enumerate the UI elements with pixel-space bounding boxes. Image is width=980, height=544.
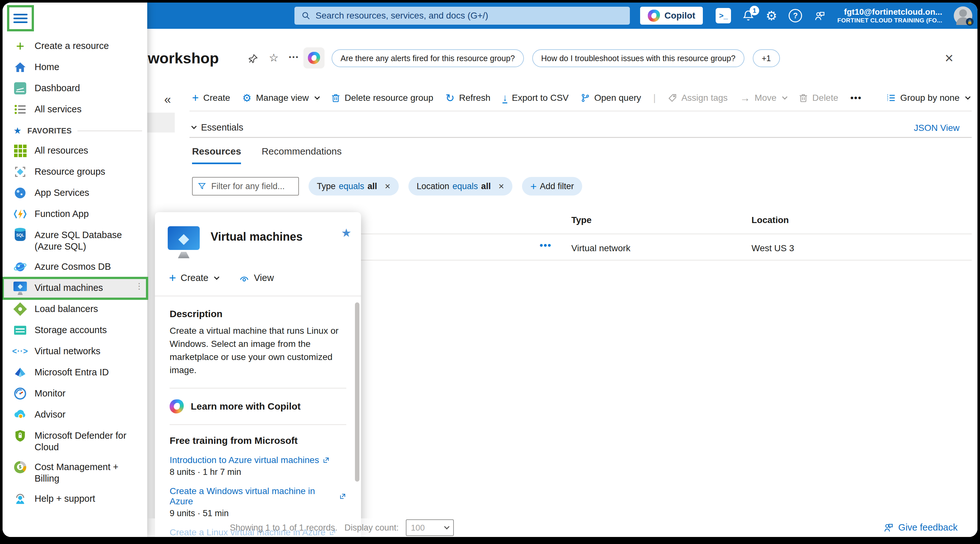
group-by-button[interactable]: Group by none — [886, 89, 970, 107]
more-options-icon[interactable]: … — [288, 48, 299, 60]
copilot-logo-icon — [170, 399, 184, 414]
download-icon: ↓ — [503, 92, 507, 104]
account-info[interactable]: fgt10@fortinetcloud.on... FORTINET CLOUD… — [837, 7, 942, 24]
copilot-chip-alerts[interactable]: Are there any alerts fired for this reso… — [332, 49, 524, 67]
nav-item-resource-groups[interactable]: Resource groups — [3, 162, 147, 183]
json-view-link[interactable]: JSON View — [914, 123, 959, 133]
chevron-down-icon — [314, 94, 320, 100]
help-icon[interactable]: ? — [789, 9, 802, 22]
remove-filter-icon[interactable]: × — [385, 181, 390, 192]
copilot-chip-more[interactable]: +1 — [753, 49, 780, 67]
cloud-shell-icon[interactable]: >_ — [716, 8, 731, 23]
training-link[interactable]: Create a Windows virtual machine in Azur… — [170, 486, 346, 507]
column-header-location[interactable]: Location — [751, 215, 789, 225]
cost-donut-icon — [13, 460, 27, 474]
nav-item-cost-management[interactable]: Cost Management + Billing — [3, 457, 147, 488]
copilot-suggestions-icon[interactable] — [304, 47, 325, 68]
feedback-icon[interactable] — [814, 10, 826, 21]
column-header-type[interactable]: Type — [571, 215, 592, 225]
nav-item-microsoft-entra-id[interactable]: Microsoft Entra ID — [3, 362, 147, 383]
copilot-chip-troubleshoot[interactable]: How do I troubleshoot issues with this r… — [532, 49, 745, 67]
settings-gear-icon[interactable]: ⚙ — [765, 8, 777, 23]
filter-pill-type[interactable]: Typeequalsall× — [309, 177, 399, 196]
give-feedback-link[interactable]: Give feedback — [883, 522, 958, 533]
nav-item-function-app[interactable]: Function App — [3, 204, 147, 225]
assign-tags-button[interactable]: Assign tags — [668, 93, 728, 103]
dashboard-icon — [13, 81, 27, 95]
app-services-icon — [13, 186, 27, 200]
nav-item-help-support[interactable]: Help + support — [3, 488, 147, 510]
row-context-menu-icon[interactable]: ••• — [539, 240, 552, 251]
training-link[interactable]: Introduction to Azure virtual machines — [170, 455, 330, 465]
nav-item-app-services[interactable]: App Services — [3, 183, 147, 204]
records-summary: Showing 1 to 1 of 1 records. — [230, 523, 337, 533]
nav-item-monitor[interactable]: Monitor — [3, 383, 147, 404]
filter-pill-location[interactable]: Locationequalsall× — [408, 177, 512, 196]
nav-item-dashboard[interactable]: Dashboard — [3, 78, 147, 99]
nav-item-defender-for-cloud[interactable]: Microsoft Defender for Cloud — [3, 426, 147, 457]
branch-icon — [581, 94, 590, 102]
top-bar: Copilot >_ 1 ⚙ ? fgt10@fortinetcloud.on.… — [3, 3, 977, 29]
remove-filter-icon[interactable]: × — [498, 181, 504, 192]
nav-item-all-services[interactable]: All services — [3, 99, 147, 120]
copilot-logo-icon — [308, 52, 320, 64]
notification-badge: 1 — [749, 6, 759, 15]
move-button[interactable]: →Move — [740, 92, 787, 104]
scrollbar-thumb[interactable] — [355, 302, 360, 482]
notifications-bell-icon[interactable]: 1 — [743, 10, 754, 22]
tab-recommendations[interactable]: Recommendations — [261, 146, 342, 164]
trash-icon — [331, 93, 340, 103]
card-scrollbar[interactable] — [355, 301, 360, 537]
learn-more-copilot-link[interactable]: Learn more with Copilot — [170, 399, 346, 414]
user-tenant: FORTINET CLOUD TRAINING (FO... — [837, 17, 942, 24]
tab-resources[interactable]: Resources — [192, 146, 241, 164]
open-query-button[interactable]: Open query — [581, 93, 641, 103]
display-count-label: Display count: — [344, 523, 399, 533]
tag-icon — [668, 94, 677, 102]
delete-button[interactable]: Delete — [799, 93, 838, 103]
drag-handle-icon[interactable]: ⋮ — [135, 281, 143, 291]
delete-resource-group-button[interactable]: Delete resource group — [331, 93, 433, 103]
global-search[interactable] — [294, 7, 630, 25]
nav-item-advisor[interactable]: Advisor — [3, 404, 147, 426]
filter-field-input[interactable]: Filter for any field... — [192, 177, 299, 196]
sql-icon: SQL — [13, 229, 27, 242]
nav-item-home[interactable]: Home — [3, 57, 147, 78]
nav-item-cosmos-db[interactable]: Azure Cosmos DB — [3, 257, 147, 278]
group-list-icon — [886, 94, 896, 102]
hamburger-menu-icon[interactable] — [13, 11, 27, 25]
chevron-down-icon — [191, 124, 197, 129]
nav-item-storage-accounts[interactable]: Storage accounts — [3, 320, 147, 341]
close-blade-icon[interactable]: × — [945, 51, 953, 65]
gear-icon: ⚙ — [242, 92, 251, 104]
pin-icon[interactable] — [248, 53, 259, 64]
nav-item-load-balancers[interactable]: Load balancers — [3, 299, 147, 320]
nav-item-all-resources[interactable]: All resources — [3, 140, 147, 162]
display-count-select[interactable]: 100 — [406, 519, 454, 536]
favorite-star-icon[interactable]: ☆ — [269, 51, 278, 64]
all-services-icon — [13, 103, 27, 116]
essentials-toggle[interactable]: Essentials — [192, 122, 243, 133]
nav-item-virtual-machines[interactable]: ◆Virtual machines⋮ — [3, 278, 147, 299]
main-content: « 2-workshop ☆ … Are there any alerts fi… — [3, 3, 977, 537]
nav-item-create-a-resource[interactable]: +Create a resource — [3, 36, 147, 57]
funnel-icon — [198, 182, 206, 190]
create-button[interactable]: +Create — [192, 91, 230, 105]
search-input[interactable] — [316, 11, 623, 21]
favorite-star-filled-icon[interactable]: ★ — [341, 226, 352, 240]
manage-view-button[interactable]: ⚙Manage view — [242, 92, 319, 104]
lock-icon: 🔒 — [966, 18, 974, 25]
card-view-button[interactable]: View — [239, 271, 274, 285]
avatar[interactable]: 🔒 — [954, 6, 972, 25]
export-csv-button[interactable]: ↓Export to CSV — [503, 92, 568, 104]
cell-type: Virtual network — [571, 243, 630, 253]
divider — [170, 388, 346, 388]
copilot-button[interactable]: Copilot — [640, 7, 703, 25]
add-filter-button[interactable]: +Add filter — [522, 177, 582, 196]
refresh-button[interactable]: ↻Refresh — [445, 92, 491, 104]
toolbar-overflow-icon[interactable]: ••• — [850, 93, 862, 103]
collapse-menu-chevron-icon[interactable]: « — [164, 93, 171, 107]
card-create-button[interactable]: +Create — [169, 271, 219, 285]
nav-item-virtual-networks[interactable]: <··>Virtual networks — [3, 341, 147, 362]
nav-item-azure-sql[interactable]: SQLAzure SQL Database (Azure SQL) — [3, 225, 147, 257]
